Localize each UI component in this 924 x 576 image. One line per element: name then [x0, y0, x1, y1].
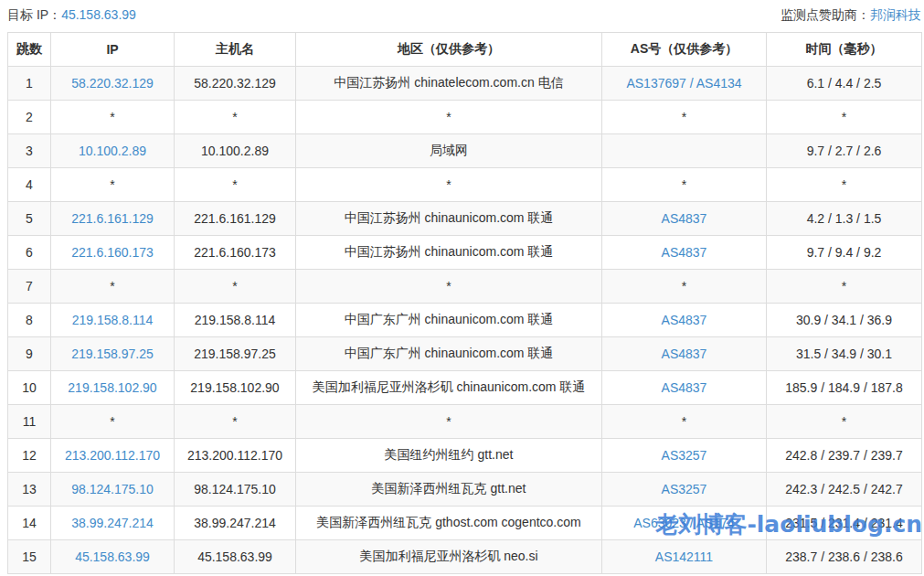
hop-cell: 8 — [8, 304, 51, 337]
ip-cell: 219.158.8.114 — [51, 304, 175, 337]
asn-cell: AS4837 — [602, 304, 767, 337]
hop-cell: 2 — [8, 101, 51, 134]
region-cell: 中国江苏扬州 chinatelecom.com.cn 电信 — [296, 67, 602, 101]
hostname-cell: 221.6.161.129 — [175, 202, 296, 236]
ip-value[interactable]: 98.124.175.10 — [71, 482, 154, 496]
hostname-cell: 58.220.32.129 — [175, 67, 296, 101]
asn-value[interactable]: AS3257 — [662, 482, 707, 496]
time-cell: 4.2 / 1.3 / 1.5 — [767, 202, 922, 236]
time-cell: 242.3 / 242.5 / 242.7 — [767, 473, 922, 507]
sponsor-link[interactable]: 邦润科技 — [870, 7, 921, 22]
hop-cell: 7 — [8, 270, 51, 304]
column-header-ip: IP — [51, 33, 175, 67]
asn-cell: AS3257 — [602, 473, 767, 507]
table-row: 4 * * * * * — [8, 168, 922, 202]
hop-cell: 9 — [8, 337, 51, 371]
target-ip-value[interactable]: 45.158.63.99 — [61, 7, 136, 22]
time-cell: * — [767, 101, 922, 134]
ip-value: * — [110, 177, 114, 192]
column-header-asn: AS号（仅供参考） — [602, 33, 767, 67]
region-cell: 中国广东广州 chinaunicom.com 联通 — [296, 304, 602, 337]
asn-value: * — [682, 177, 686, 192]
ip-value[interactable]: 38.99.247.214 — [71, 516, 154, 530]
asn-cell: AS4837 — [602, 337, 767, 371]
table-row: 8 219.158.8.114 219.158.8.114 中国广东广州 chi… — [8, 304, 922, 337]
ip-value[interactable]: 219.158.102.90 — [68, 380, 156, 395]
topbar: 目标 IP：45.158.63.99 监测点赞助商：邦润科技 — [7, 7, 921, 24]
table-header-row: 跳数 IP 主机名 地区（仅供参考） AS号（仅供参考） 时间（毫秒） — [8, 33, 922, 67]
region-cell: * — [296, 168, 602, 202]
time-cell: 231.5 / 231.4 / 231.4 — [767, 507, 922, 540]
asn-cell: AS142111 — [602, 540, 767, 574]
traceroute-page: 目标 IP：45.158.63.99 监测点赞助商：邦润科技 跳数 IP 主机名… — [0, 0, 924, 576]
ip-cell: 10.100.2.89 — [51, 134, 175, 168]
region-cell: 局域网 — [296, 134, 602, 168]
asn-value[interactable]: AS4837 — [662, 313, 707, 327]
hostname-cell: 45.158.63.99 — [175, 540, 296, 574]
region-cell: * — [296, 270, 602, 304]
table-row: 14 38.99.247.214 38.99.247.214 美国新泽西州纽瓦克… — [8, 507, 922, 540]
asn-value[interactable]: AS137697 / AS4134 — [626, 76, 741, 91]
ip-value[interactable]: 219.158.97.25 — [71, 347, 154, 361]
target-ip-group: 目标 IP：45.158.63.99 — [7, 7, 136, 24]
table-row: 15 45.158.63.99 45.158.63.99 美国加利福尼亚州洛杉矶… — [8, 540, 922, 574]
table-row: 7 * * * * * — [8, 270, 922, 304]
asn-cell: AS137697 / AS4134 — [602, 67, 767, 101]
asn-value[interactable]: AS4837 — [662, 380, 707, 395]
hop-cell: 3 — [8, 134, 51, 168]
time-cell: 6.1 / 4.4 / 2.5 — [767, 67, 922, 101]
hostname-cell: * — [175, 101, 296, 134]
asn-cell — [602, 134, 767, 168]
ip-value[interactable]: 221.6.161.129 — [71, 211, 154, 226]
asn-value[interactable]: AS4837 — [662, 347, 707, 361]
hostname-cell: 213.200.112.170 — [175, 439, 296, 473]
region-cell: 美国新泽西州纽瓦克 gtt.net — [296, 473, 602, 507]
region-cell: 中国广东广州 chinaunicom.com 联通 — [296, 337, 602, 371]
region-cell: 美国新泽西州纽瓦克 gthost.com cogentco.com — [296, 507, 602, 540]
time-cell: * — [767, 270, 922, 304]
hop-cell: 1 — [8, 67, 51, 101]
hop-cell: 11 — [8, 405, 51, 439]
table-row: 9 219.158.97.25 219.158.97.25 中国广东广州 chi… — [8, 337, 922, 371]
asn-value[interactable]: AS142111 — [655, 549, 713, 564]
ip-cell: 219.158.97.25 — [51, 337, 175, 371]
asn-cell: AS4837 — [602, 202, 767, 236]
region-cell: 美国加利福尼亚州洛杉矶 chinaunicom.com 联通 — [296, 371, 602, 405]
hop-cell: 5 — [8, 202, 51, 236]
table-header: 跳数 IP 主机名 地区（仅供参考） AS号（仅供参考） 时间（毫秒） — [8, 33, 922, 67]
ip-cell: 58.220.32.129 — [51, 67, 175, 101]
ip-value[interactable]: 213.200.112.170 — [65, 448, 160, 463]
asn-value: * — [682, 279, 686, 293]
asn-value[interactable]: AS4837 — [662, 245, 707, 260]
hop-cell: 15 — [8, 540, 51, 574]
table-body: 1 58.220.32.129 58.220.32.129 中国江苏扬州 chi… — [8, 67, 922, 574]
ip-cell: * — [51, 101, 175, 134]
time-cell: 9.7 / 9.4 / 9.2 — [767, 236, 922, 270]
asn-value[interactable]: AS4837 — [662, 211, 707, 226]
asn-value[interactable]: AS63023 / AS174 — [633, 516, 735, 530]
ip-value[interactable]: 219.158.8.114 — [72, 313, 154, 327]
column-header-time: 时间（毫秒） — [767, 33, 922, 67]
hostname-cell: 221.6.160.173 — [175, 236, 296, 270]
time-cell: * — [767, 405, 922, 439]
ip-value: * — [110, 414, 114, 429]
ip-value[interactable]: 10.100.2.89 — [79, 144, 146, 158]
ip-cell: * — [51, 168, 175, 202]
region-cell: 中国江苏扬州 chinaunicom.com 联通 — [296, 236, 602, 270]
ip-value[interactable]: 45.158.63.99 — [75, 549, 150, 564]
hop-cell: 6 — [8, 236, 51, 270]
hostname-cell: 98.124.175.10 — [175, 473, 296, 507]
time-cell: 242.8 / 239.7 / 239.7 — [767, 439, 922, 473]
asn-cell: AS4837 — [602, 371, 767, 405]
hop-cell: 12 — [8, 439, 51, 473]
traceroute-table: 跳数 IP 主机名 地区（仅供参考） AS号（仅供参考） 时间（毫秒） 1 58… — [7, 32, 922, 574]
ip-value[interactable]: 221.6.160.173 — [71, 245, 154, 260]
asn-cell: AS63023 / AS174 — [602, 507, 767, 540]
table-row: 2 * * * * * — [8, 101, 922, 134]
column-header-hostname: 主机名 — [175, 33, 296, 67]
asn-value[interactable]: AS3257 — [662, 448, 707, 463]
ip-value[interactable]: 58.220.32.129 — [71, 76, 154, 91]
asn-cell: AS3257 — [602, 439, 767, 473]
ip-cell: * — [51, 405, 175, 439]
column-header-region: 地区（仅供参考） — [296, 33, 602, 67]
